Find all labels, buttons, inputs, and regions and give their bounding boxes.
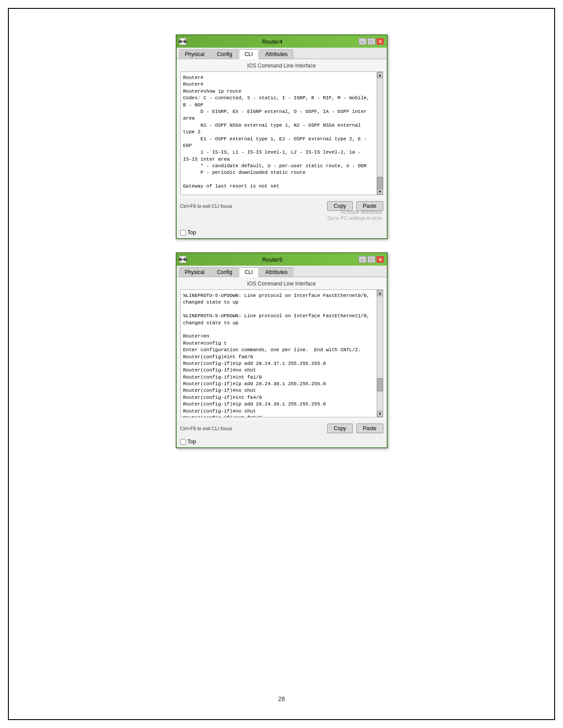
router5-tab-physical[interactable]: Physical (179, 267, 211, 277)
router5-scrollbar[interactable]: ▲ ▼ (377, 290, 383, 417)
router5-tab-config[interactable]: Config (211, 267, 238, 277)
router5-scroll-down[interactable]: ▼ (377, 411, 383, 417)
router4-tabs: Physical Config CLI Attributes (177, 48, 387, 59)
router4-cli-text: Router# Router# Router#show ip route Cod… (181, 72, 383, 195)
router4-window: �� Router4 – □ ✕ Physical Config CLI Att… (176, 34, 388, 239)
router4-top-label[interactable]: Top (180, 229, 196, 236)
router5-close-button[interactable]: ✕ (376, 256, 384, 263)
router5-cli-area[interactable]: %LINEPROTO-5-UPDOWN: Line protocol on In… (180, 289, 383, 417)
router4-scrollbar[interactable]: ▲ ▼ (377, 72, 383, 195)
router5-tabs: Physical Config CLI Attributes (177, 266, 387, 277)
router4-top-checkbox[interactable] (180, 230, 186, 236)
router4-title: Router4 (186, 38, 359, 45)
router5-paste-button[interactable]: Paste (356, 424, 383, 433)
router5-maximize-button[interactable]: □ (367, 256, 375, 263)
activate-windows-text: Activate Windows Go to PC settings to ac… (327, 209, 382, 221)
router4-tab-physical[interactable]: Physical (179, 49, 211, 59)
router5-title: Router5 (186, 256, 359, 263)
router5-controls: – □ ✕ (359, 256, 384, 263)
router5-body: IOS Command Line Interface %LINEPROTO-5-… (177, 277, 387, 421)
router5-footer-text: Ctrl+F6 to exit CLI focus (180, 426, 324, 431)
router4-scroll-up[interactable]: ▲ (377, 72, 383, 78)
router5-top-label[interactable]: Top (180, 439, 196, 445)
router5-titlebar: �� Router5 – □ ✕ (177, 253, 387, 266)
page-number: 28 (278, 695, 285, 702)
router4-tab-cli[interactable]: CLI (239, 49, 259, 59)
router4-tab-config[interactable]: Config (211, 49, 238, 59)
router5-window: �� Router5 – □ ✕ Physical Config CLI Att… (176, 252, 388, 448)
router5-top-checkbox[interactable] (180, 439, 186, 445)
router5-icon: �� (179, 256, 186, 263)
router4-close-button[interactable]: ✕ (376, 38, 384, 45)
router4-ios-label: IOS Command Line Interface (180, 63, 383, 69)
page-content: �� Router4 – □ ✕ Physical Config CLI Att… (8, 8, 555, 720)
router5-footer: Ctrl+F6 to exit CLI focus Copy Paste (177, 421, 387, 436)
router5-tab-attributes[interactable]: Attributes (260, 267, 294, 277)
router4-cli-area[interactable]: Router# Router# Router#show ip route Cod… (180, 71, 383, 195)
router5-copy-button[interactable]: Copy (327, 424, 353, 433)
router4-scroll-down[interactable]: ▼ (377, 188, 383, 195)
router5-ios-label: IOS Command Line Interface (180, 281, 383, 287)
router4-footer-text: Ctrl+F6 to exit CLI focus (180, 203, 324, 209)
router4-body: IOS Command Line Interface Router# Route… (177, 59, 387, 199)
router4-minimize-button[interactable]: – (359, 38, 367, 45)
router5-checkbox-area: Top (177, 436, 387, 447)
router5-cli-text: %LINEPROTO-5-UPDOWN: Line protocol on In… (181, 290, 383, 417)
router5-scroll-up[interactable]: ▲ (377, 290, 383, 296)
router5-tab-cli[interactable]: CLI (239, 267, 259, 277)
router4-tab-attributes[interactable]: Attributes (260, 49, 294, 59)
router5-scroll-thumb[interactable] (377, 378, 383, 391)
router4-controls: – □ ✕ (359, 38, 384, 45)
router4-icon: �� (179, 38, 186, 45)
router4-checkbox-area: Top (177, 227, 387, 238)
router5-minimize-button[interactable]: – (359, 256, 367, 263)
router4-maximize-button[interactable]: □ (367, 38, 375, 45)
router4-titlebar: �� Router4 – □ ✕ (177, 35, 387, 48)
